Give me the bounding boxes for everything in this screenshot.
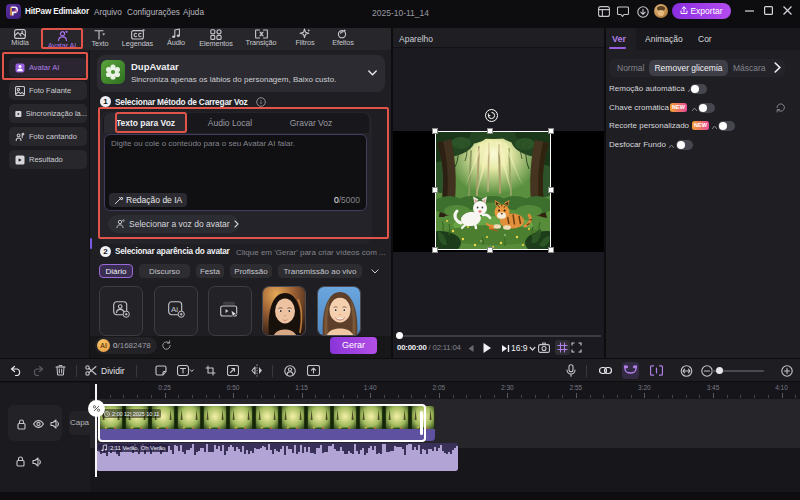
svg-text:Ai: Ai <box>171 305 178 314</box>
